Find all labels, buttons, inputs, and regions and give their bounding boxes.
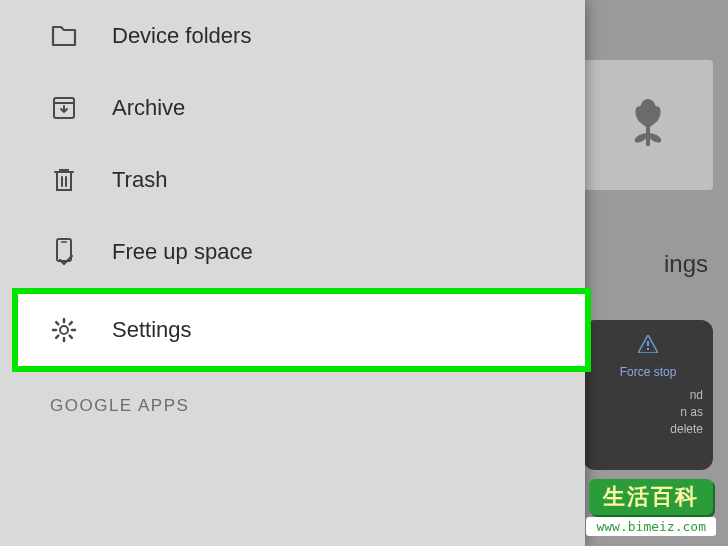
svg-rect-6 [647, 341, 649, 346]
section-header-google-apps: GOOGLE APPS [0, 372, 585, 428]
flower-icon [628, 98, 668, 153]
background-panel: ings Force stop nd n as delete [568, 0, 728, 546]
dialog-body: nd n as delete [593, 387, 703, 437]
menu-item-archive[interactable]: Archive [0, 72, 585, 144]
archive-icon [50, 94, 78, 122]
menu-item-label: Free up space [112, 239, 253, 265]
gear-icon [50, 316, 78, 344]
watermark: 生活百科 www.bimeiz.com [586, 479, 716, 536]
trash-icon [50, 166, 78, 194]
watermark-url: www.bimeiz.com [586, 517, 716, 536]
free-up-space-icon [50, 238, 78, 266]
svg-rect-7 [647, 348, 649, 350]
menu-item-trash[interactable]: Trash [0, 144, 585, 216]
watermark-text: 生活百科 [589, 479, 713, 515]
navigation-drawer: Device folders Archive Trash Free up spa… [0, 0, 585, 546]
background-heading-partial: ings [664, 250, 708, 278]
menu-item-free-up-space[interactable]: Free up space [0, 216, 585, 288]
menu-item-label: Archive [112, 95, 185, 121]
background-dialog: Force stop nd n as delete [583, 320, 713, 470]
svg-point-12 [60, 326, 68, 334]
background-thumbnail [583, 60, 713, 190]
menu-item-label: Trash [112, 167, 167, 193]
menu-item-device-folders[interactable]: Device folders [0, 0, 585, 72]
dialog-title: Force stop [593, 365, 703, 379]
menu-item-label: Device folders [112, 23, 251, 49]
menu-item-label: Settings [112, 317, 192, 343]
warning-icon [593, 335, 703, 357]
folder-icon [50, 22, 78, 50]
menu-item-settings[interactable]: Settings [12, 288, 591, 372]
